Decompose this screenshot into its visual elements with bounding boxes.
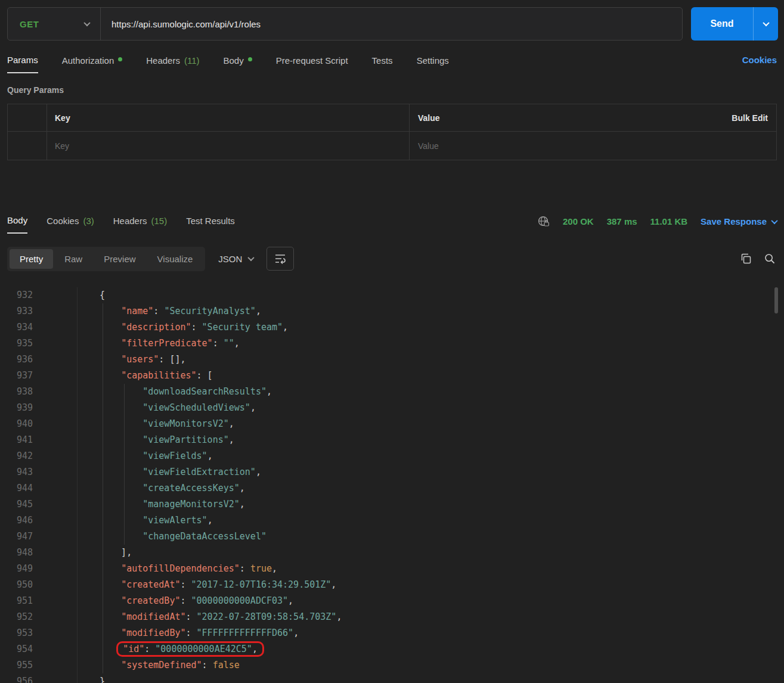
query-params-table: Key Value Bulk Edit bbox=[7, 104, 777, 160]
response-size: 11.01 KB bbox=[650, 216, 688, 226]
line-number: 951 bbox=[0, 593, 33, 609]
fold-gutter bbox=[33, 545, 78, 561]
code-text: "changeDataAccessLevel" bbox=[78, 529, 267, 545]
code-line: 936 "users": [], bbox=[0, 352, 784, 368]
cookies-link[interactable]: Cookies bbox=[742, 55, 777, 72]
tab-authorization[interactable]: Authorization bbox=[62, 55, 123, 73]
code-line: 934 "description": "Security team", bbox=[0, 319, 784, 336]
tab-test-results[interactable]: Test Results bbox=[186, 215, 235, 234]
line-number: 946 bbox=[0, 513, 33, 529]
tab-body[interactable]: Body bbox=[7, 215, 27, 234]
code-line: 952 "modifiedAt": "2022-07-28T09:58:54.7… bbox=[0, 609, 784, 625]
tab-label: Body bbox=[7, 215, 27, 225]
fold-gutter bbox=[33, 368, 78, 384]
code-line: 939 "viewScheduledViews", bbox=[0, 400, 784, 416]
code-text: "viewMonitorsV2", bbox=[78, 416, 234, 432]
line-number: 952 bbox=[0, 609, 33, 625]
scrollbar-thumb[interactable] bbox=[774, 287, 778, 313]
code-line: 940 "viewMonitorsV2", bbox=[0, 416, 784, 432]
url-input[interactable] bbox=[101, 19, 682, 29]
line-number: 942 bbox=[0, 448, 33, 464]
code-text: "viewAlerts", bbox=[78, 513, 213, 529]
tab-headers[interactable]: Headers(15) bbox=[113, 215, 167, 234]
tab-label: Settings bbox=[417, 55, 449, 66]
code-line: 950 "createdAt": "2017-12-07T16:34:29.50… bbox=[0, 577, 784, 593]
save-response-button[interactable]: Save Response bbox=[701, 216, 777, 226]
view-tab-visualize[interactable]: Visualize bbox=[147, 249, 203, 269]
code-line: 949 "autofillDependencies": true, bbox=[0, 561, 784, 577]
tab-label: Headers bbox=[146, 55, 180, 66]
tab-settings[interactable]: Settings bbox=[417, 55, 449, 73]
line-number: 943 bbox=[0, 464, 33, 480]
search-icon bbox=[764, 253, 776, 265]
view-tab-preview[interactable]: Preview bbox=[94, 249, 145, 269]
code-line: 953 "modifiedBy": "FFFFFFFFFFFFFD66", bbox=[0, 625, 784, 641]
search-button[interactable] bbox=[764, 253, 776, 265]
fold-gutter bbox=[33, 287, 78, 303]
row-handle-column bbox=[8, 104, 47, 131]
tab-label: Authorization bbox=[62, 55, 114, 66]
row-handle-column bbox=[8, 132, 47, 160]
code-text: "modifiedAt": "2022-07-28T09:58:54.703Z"… bbox=[78, 609, 342, 625]
code-line: 955 "systemDefined": false bbox=[0, 657, 784, 673]
code-line: 938 "downloadSearchResults", bbox=[0, 384, 784, 400]
tab-pre-request-script[interactable]: Pre-request Script bbox=[276, 55, 348, 73]
param-key-input[interactable] bbox=[55, 141, 391, 151]
code-text: { bbox=[78, 287, 105, 303]
code-line: 942 "viewFields", bbox=[0, 448, 784, 464]
code-line: 956} bbox=[0, 673, 784, 683]
wrap-lines-icon bbox=[274, 253, 286, 264]
line-number: 953 bbox=[0, 625, 33, 641]
table-row bbox=[8, 132, 776, 160]
code-line: 937 "capabilities": [ bbox=[0, 368, 784, 384]
line-number: 935 bbox=[0, 336, 33, 352]
tab-label: Test Results bbox=[186, 216, 235, 226]
response-body-code[interactable]: 932{933 "name": "SecurityAnalyst",934 "d… bbox=[0, 285, 784, 683]
chevron-down-icon bbox=[763, 20, 769, 26]
tab-headers[interactable]: Headers(11) bbox=[146, 55, 199, 73]
line-number: 933 bbox=[0, 303, 33, 319]
view-tab-pretty[interactable]: Pretty bbox=[10, 249, 53, 269]
code-line: 946 "viewAlerts", bbox=[0, 513, 784, 529]
wrap-lines-button[interactable] bbox=[267, 247, 294, 271]
tab-label: Cookies bbox=[47, 216, 79, 226]
fold-gutter bbox=[33, 513, 78, 529]
response-time: 387 ms bbox=[607, 216, 637, 226]
line-number: 938 bbox=[0, 384, 33, 400]
send-options-button[interactable] bbox=[753, 7, 778, 41]
method-dropdown[interactable]: GET bbox=[8, 8, 101, 40]
send-label: Send bbox=[691, 7, 753, 41]
save-response-label: Save Response bbox=[701, 216, 767, 226]
fold-gutter bbox=[33, 609, 78, 625]
send-button[interactable]: Send bbox=[691, 7, 778, 41]
copy-button[interactable] bbox=[740, 253, 752, 265]
tab-cookies[interactable]: Cookies(3) bbox=[47, 215, 94, 234]
fold-gutter bbox=[33, 480, 78, 496]
fold-gutter bbox=[33, 352, 78, 368]
code-line: 944 "createAccessKeys", bbox=[0, 480, 784, 496]
tab-label: Body bbox=[224, 55, 244, 66]
line-number: 944 bbox=[0, 480, 33, 496]
url-box: GET bbox=[7, 7, 683, 41]
tab-tests[interactable]: Tests bbox=[372, 55, 393, 73]
view-tab-raw[interactable]: Raw bbox=[54, 249, 92, 269]
response-view-toolbar: PrettyRawPreviewVisualize JSON bbox=[7, 246, 777, 272]
fold-gutter bbox=[33, 496, 78, 513]
code-text: "downloadSearchResults", bbox=[78, 384, 272, 400]
code-line: 932{ bbox=[0, 287, 784, 303]
line-number: 939 bbox=[0, 400, 33, 416]
param-value-input[interactable] bbox=[418, 141, 758, 151]
fold-gutter bbox=[33, 416, 78, 432]
response-meta: 200 OK 387 ms 11.01 KB Save Response bbox=[537, 215, 777, 235]
code-text: "viewFields", bbox=[78, 448, 213, 464]
code-line: 943 "viewFieldExtraction", bbox=[0, 464, 784, 480]
code-line: 948 ], bbox=[0, 545, 784, 561]
method-label: GET bbox=[20, 19, 39, 29]
tab-params[interactable]: Params bbox=[7, 55, 38, 73]
bulk-edit-button[interactable]: Bulk Edit bbox=[732, 113, 776, 123]
fold-gutter bbox=[33, 319, 78, 336]
code-text: "systemDefined": false bbox=[78, 657, 240, 673]
tab-body[interactable]: Body bbox=[224, 55, 252, 73]
language-select[interactable]: JSON bbox=[218, 254, 253, 264]
code-text: "viewPartitions", bbox=[78, 432, 234, 448]
